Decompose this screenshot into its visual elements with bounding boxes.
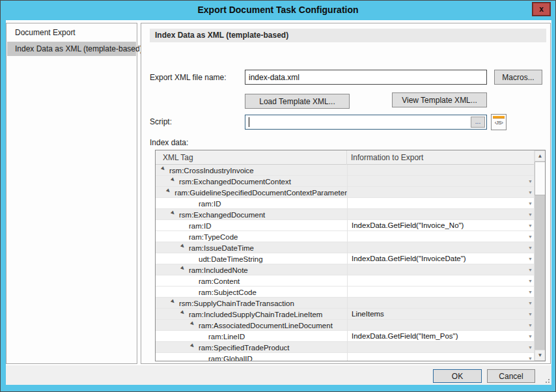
table-row[interactable]: ▶ rsm:SupplyChainTradeTransaction ▼ — [156, 298, 535, 309]
table-row[interactable]: ▶ ram:TypeCode ▼ — [156, 231, 535, 242]
xml-tag-cell: ▶ ram:IncludedSupplyChainTradeLineItem — [156, 309, 347, 320]
dropdown-arrow-icon[interactable]: ▼ — [528, 264, 533, 275]
tree-indent — [161, 236, 180, 237]
table-row[interactable]: ▶ ram:IncludedSupplyChainTradeLineItem L… — [156, 309, 535, 320]
dropdown-arrow-icon[interactable]: ▼ — [528, 353, 533, 361]
xml-tree-body: ▶ rsm:CrossIndustryInvoice ▼ ▶ rsm:Excha… — [156, 165, 535, 361]
xml-tag-text: ram:IncludedSupplyChainTradeLineItem — [189, 309, 322, 320]
information-cell[interactable]: ▼ — [347, 165, 535, 176]
resize-grip[interactable] — [544, 378, 549, 383]
dropdown-arrow-icon[interactable]: ▼ — [528, 275, 533, 287]
information-value: IndexData.GetField("InvoiceDate") — [352, 255, 466, 262]
sidebar-item-index-data-xml[interactable]: Index Data as XML (template-based) — [7, 42, 136, 56]
information-cell[interactable]: ▼ — [347, 275, 535, 287]
script-editor-button[interactable]: ‹JS› — [491, 114, 507, 130]
xml-tag-cell: ▶ rsm:ExchangedDocument — [156, 209, 347, 220]
information-cell[interactable]: ▼ — [347, 198, 535, 209]
information-cell[interactable]: ▼ — [347, 209, 535, 220]
dropdown-arrow-icon[interactable]: ▼ — [528, 231, 533, 242]
xml-tag-text: udt:DateTimeString — [199, 254, 263, 264]
script-input[interactable]: ... — [245, 115, 487, 130]
macros-button[interactable]: Macros... — [494, 70, 542, 85]
view-template-xml-button[interactable]: View Template XML... — [392, 92, 487, 107]
table-row[interactable]: ▶ ram:SpecifiedTradeProduct ▼ — [156, 342, 535, 353]
xml-tag-cell: ▶ ram:IncludedNote — [156, 264, 347, 275]
table-row[interactable]: ▶ rsm:ExchangedDocumentContext ▼ — [156, 176, 535, 187]
column-header-xml-tag[interactable]: XML Tag — [163, 150, 193, 165]
information-cell[interactable]: ▼ — [347, 320, 535, 331]
table-row[interactable]: ▶ ram:ID ▼ — [156, 198, 535, 209]
information-cell[interactable]: ▼ — [347, 264, 535, 275]
xml-tag-cell: ▶ ram:LineID — [156, 331, 347, 342]
dropdown-arrow-icon[interactable]: ▼ — [528, 298, 533, 309]
information-cell[interactable]: ▼ — [347, 242, 535, 253]
column-header-information[interactable]: Information to Export — [346, 150, 423, 165]
dropdown-arrow-icon[interactable]: ▼ — [528, 287, 533, 298]
table-row[interactable]: ▶ udt:DateTimeString IndexData.GetField(… — [156, 253, 535, 264]
dropdown-arrow-icon[interactable]: ▼ — [528, 209, 533, 220]
load-template-xml-button[interactable]: Load Template XML... — [245, 94, 350, 109]
dropdown-arrow-icon[interactable]: ▼ — [528, 176, 533, 187]
information-cell[interactable]: ▼ — [347, 298, 535, 309]
information-cell[interactable]: ▼ — [347, 353, 535, 361]
dropdown-arrow-icon[interactable]: ▼ — [528, 253, 533, 264]
information-cell[interactable]: IndexData.GetField("Invoice_No") ▼ — [347, 220, 535, 231]
close-icon: x — [539, 5, 544, 14]
information-cell[interactable]: ▼ — [347, 287, 535, 298]
table-row[interactable]: ▶ ram:SubjectCode ▼ — [156, 287, 535, 298]
tree-indent — [161, 225, 180, 226]
scrollbar-thumb[interactable] — [535, 161, 546, 195]
information-cell[interactable]: ▼ — [347, 176, 535, 187]
vertical-scrollbar[interactable]: ▲ ▼ — [534, 150, 545, 361]
text-caret — [249, 117, 249, 127]
ok-button[interactable]: OK — [433, 369, 482, 383]
xml-tag-cell: ▶ ram:IssueDateTime — [156, 242, 347, 253]
table-row[interactable]: ▶ rsm:ExchangedDocument ▼ — [156, 209, 535, 220]
main-panel: Index Data as XML (template-based) Expor… — [141, 23, 551, 364]
grid-header-row[interactable]: XML Tag Information to Export — [156, 150, 535, 165]
table-row[interactable]: ▶ ram:ID IndexData.GetField("Invoice_No"… — [156, 220, 535, 231]
xml-tag-cell: ▶ ram:SubjectCode — [156, 287, 347, 298]
table-row[interactable]: ▶ ram:IssueDateTime ▼ — [156, 242, 535, 253]
information-cell[interactable]: ▼ — [347, 187, 535, 198]
dropdown-arrow-icon[interactable]: ▼ — [528, 320, 533, 331]
index-data-label: Index data: — [150, 138, 188, 147]
scroll-down-icon[interactable]: ▼ — [535, 350, 546, 361]
xml-tag-cell: ▶ ram:GuidelineSpecifiedDocumentContextP… — [156, 187, 347, 198]
tree-indent — [161, 281, 190, 281]
dropdown-arrow-icon[interactable]: ▼ — [528, 242, 533, 253]
script-browse-button[interactable]: ... — [471, 117, 485, 128]
xml-tag-cell: ▶ ram:SpecifiedTradeProduct — [156, 342, 347, 353]
information-cell[interactable]: IndexData.GetField("Item_Pos") ▼ — [347, 331, 535, 342]
dialog-titlebar[interactable]: Export Document Task Configuration — [1, 1, 555, 20]
table-row[interactable]: ▶ ram:AssociatedDocumentLineDocument ▼ — [156, 320, 535, 331]
close-button[interactable]: x — [532, 2, 551, 16]
sidebar-item-document-export[interactable]: Document Export — [7, 25, 136, 40]
dropdown-arrow-icon[interactable]: ▼ — [528, 187, 533, 198]
information-cell[interactable]: ▼ — [347, 342, 535, 353]
xml-tag-text: rsm:SupplyChainTradeTransaction — [179, 298, 294, 309]
information-cell[interactable]: LineItems ▼ — [347, 309, 535, 320]
table-row[interactable]: ▶ ram:GlobalID ▼ — [156, 353, 535, 361]
tree-indent — [161, 292, 190, 292]
table-row[interactable]: ▶ ram:IncludedNote ▼ — [156, 264, 535, 275]
dropdown-arrow-icon[interactable]: ▼ — [528, 342, 533, 353]
table-row[interactable]: ▶ ram:LineID IndexData.GetField("Item_Po… — [156, 331, 535, 342]
tree-indent — [161, 336, 200, 337]
dropdown-arrow-icon[interactable]: ▼ — [528, 198, 533, 209]
dropdown-arrow-icon[interactable]: ▼ — [528, 220, 533, 231]
script-editor-icon — [493, 116, 505, 119]
information-cell[interactable]: ▼ — [347, 231, 535, 242]
cancel-button[interactable]: Cancel — [487, 369, 535, 383]
dropdown-arrow-icon[interactable]: ▼ — [528, 331, 533, 342]
xml-tag-text: ram:GlobalID — [208, 354, 253, 362]
table-row[interactable]: ▶ ram:GuidelineSpecifiedDocumentContextP… — [156, 187, 535, 198]
dropdown-arrow-icon[interactable]: ▼ — [528, 309, 533, 320]
table-row[interactable]: ▶ ram:Content ▼ — [156, 275, 535, 287]
export-file-input[interactable] — [245, 70, 487, 85]
xml-tag-cell: ▶ rsm:SupplyChainTradeTransaction — [156, 298, 347, 309]
scroll-up-icon[interactable]: ▲ — [535, 150, 546, 161]
information-cell[interactable]: IndexData.GetField("InvoiceDate") ▼ — [347, 253, 535, 264]
tree-indent — [161, 259, 190, 259]
table-row[interactable]: ▶ rsm:CrossIndustryInvoice ▼ — [156, 165, 535, 176]
